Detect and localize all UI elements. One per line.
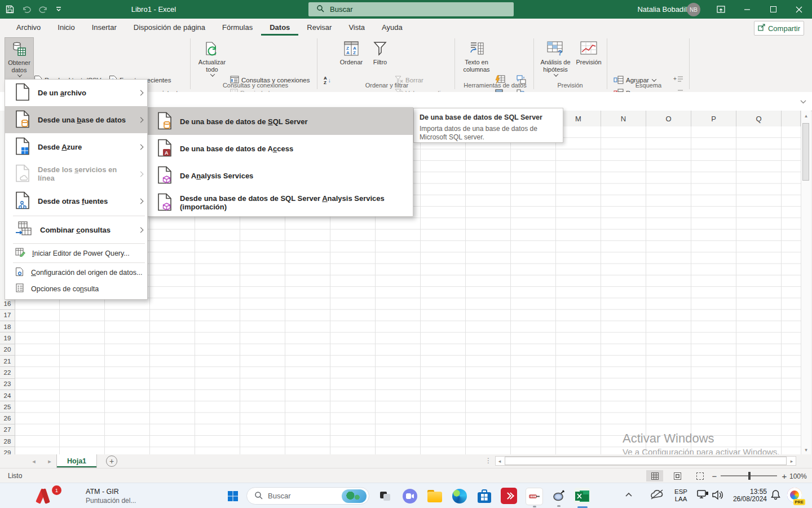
- column-header[interactable]: P: [691, 111, 736, 126]
- row-header[interactable]: 17: [0, 310, 15, 321]
- volume-icon[interactable]: [712, 490, 724, 502]
- menu-item-data-source-settings[interactable]: Configuración del origen de datos...: [5, 264, 147, 281]
- sheet-tab-hoja1[interactable]: Hoja1: [56, 454, 97, 468]
- scroll-right-icon[interactable]: ▸: [788, 457, 796, 465]
- tab-formulas[interactable]: Fórmulas: [214, 19, 261, 36]
- tab-archivo[interactable]: Archivo: [8, 19, 49, 36]
- expand-formula-bar-button[interactable]: [800, 98, 807, 106]
- zoom-in-button[interactable]: +: [779, 470, 789, 481]
- atm-app-icon[interactable]: 1: [35, 487, 54, 506]
- tab-ayuda[interactable]: Ayuda: [373, 19, 411, 36]
- row-header[interactable]: 19: [0, 332, 15, 344]
- avatar[interactable]: NB: [687, 3, 700, 16]
- group-separator: [533, 38, 534, 89]
- tray-expand-icon[interactable]: [625, 491, 633, 499]
- tab-datos[interactable]: Datos: [261, 19, 298, 36]
- user-name[interactable]: Natalia Bobadilla: [637, 0, 692, 19]
- column-header[interactable]: Q: [736, 111, 782, 126]
- horizontal-scroll-thumb[interactable]: [505, 457, 787, 465]
- row-header[interactable]: 22: [0, 367, 15, 378]
- forecast-sheet-button[interactable]: Previsión: [574, 37, 603, 80]
- restore-button[interactable]: [764, 0, 783, 19]
- loupe-app-button[interactable]: [550, 488, 567, 504]
- tab-inicio[interactable]: Inicio: [49, 19, 83, 36]
- network-icon[interactable]: [697, 490, 709, 502]
- menu-item-from-database[interactable]: Desde una base de datos: [5, 106, 147, 133]
- tab-splitter-icon[interactable]: ⋮: [485, 457, 492, 465]
- row-header[interactable]: 24: [0, 390, 15, 401]
- excel-app-button[interactable]: [574, 488, 590, 504]
- zoom-slider-thumb[interactable]: [748, 472, 751, 480]
- get-data-button[interactable]: Obtener datos: [5, 37, 34, 80]
- normal-view-button[interactable]: [646, 470, 663, 481]
- edge-button[interactable]: [451, 488, 467, 504]
- tab-insertar[interactable]: Insertar: [83, 19, 125, 36]
- language-indicator[interactable]: ESP LAA: [674, 488, 687, 503]
- copilot-button[interactable]: PRE: [787, 488, 803, 503]
- row-header[interactable]: 27: [0, 424, 15, 436]
- next-sheet-icon[interactable]: ▸: [43, 454, 56, 468]
- what-if-analysis-button[interactable]: ? Análisis de hipótesis: [538, 37, 573, 80]
- row-header[interactable]: 21: [0, 356, 15, 367]
- vertical-scroll-thumb[interactable]: [802, 123, 809, 181]
- submenu-item-ssas-import[interactable]: Desde una base de datos de SQL Server An…: [147, 189, 413, 216]
- row-header[interactable]: 18: [0, 321, 15, 332]
- column-header[interactable]: O: [646, 111, 691, 126]
- title-search-box[interactable]: Buscar: [308, 2, 514, 16]
- scroll-down-icon[interactable]: ▾: [801, 445, 811, 454]
- page-break-view-button[interactable]: [691, 470, 708, 481]
- column-header-partial[interactable]: [782, 111, 801, 126]
- search-highlight-image[interactable]: [342, 489, 367, 503]
- menu-item-from-other-sources[interactable]: Desde otras fuentes: [5, 187, 147, 214]
- tab-revisar[interactable]: Revisar: [298, 19, 340, 36]
- menu-item-power-query-editor[interactable]: Iniciar Editor de Power Query...: [5, 245, 147, 261]
- submenu-item-analysis-services[interactable]: De Analysis Services: [147, 162, 413, 189]
- menu-item-from-azure[interactable]: Desde Azure: [5, 133, 147, 160]
- menu-item-combine-queries[interactable]: Combinar consultas: [5, 217, 147, 242]
- ribbon-display-options-button[interactable]: [711, 0, 730, 19]
- red-app-button[interactable]: [501, 488, 517, 504]
- share-button[interactable]: Compartir: [754, 21, 804, 36]
- prev-sheet-icon[interactable]: ◂: [27, 454, 41, 468]
- close-button[interactable]: [789, 0, 809, 19]
- clock[interactable]: 13:55 26/08/2024: [730, 488, 767, 503]
- notification-subtitle[interactable]: Puntuación del...: [86, 497, 136, 505]
- onedrive-icon[interactable]: [650, 489, 664, 502]
- row-header[interactable]: 28: [0, 436, 15, 447]
- minimize-button[interactable]: [738, 0, 757, 19]
- sort-button[interactable]: ZAAZ Ordenar: [337, 37, 365, 80]
- zoom-level[interactable]: 100%: [789, 472, 807, 480]
- row-header[interactable]: 20: [0, 344, 15, 356]
- page-layout-view-button[interactable]: [669, 470, 686, 481]
- zoom-out-button[interactable]: −: [709, 470, 720, 481]
- horizontal-scrollbar[interactable]: ◂ ▸: [495, 456, 796, 466]
- tab-vista[interactable]: Vista: [340, 19, 373, 36]
- taskbar-search-box[interactable]: Buscar: [246, 487, 369, 505]
- tool-app-button[interactable]: [526, 488, 543, 505]
- submenu-item-access[interactable]: A De una base de datos de Access: [147, 135, 413, 162]
- task-view-button[interactable]: [377, 488, 393, 504]
- notification-title[interactable]: ATM - GIR: [86, 488, 119, 496]
- online-services-file-icon: [15, 164, 30, 184]
- chat-button[interactable]: [401, 488, 418, 504]
- column-header[interactable]: N: [601, 111, 646, 126]
- filter-button[interactable]: Filtro: [368, 37, 392, 80]
- vertical-scrollbar[interactable]: ▴ ▾: [801, 111, 811, 454]
- scroll-left-icon[interactable]: ◂: [496, 457, 504, 465]
- row-header[interactable]: 25: [0, 401, 15, 413]
- row-header[interactable]: 23: [0, 379, 15, 390]
- scroll-up-icon[interactable]: ▴: [801, 111, 811, 120]
- start-button[interactable]: [224, 488, 241, 504]
- menu-item-from-file[interactable]: De un archivo: [5, 80, 147, 106]
- store-button[interactable]: [476, 488, 492, 504]
- submenu-item-sql-server[interactable]: De una base de datos de SQL Server: [147, 108, 413, 135]
- text-to-columns-button[interactable]: Texto en columnas: [460, 37, 493, 80]
- menu-item-query-options[interactable]: Opciones de consulta: [5, 281, 147, 297]
- row-header[interactable]: 26: [0, 413, 15, 424]
- refresh-all-button[interactable]: Actualizar todo: [196, 37, 228, 80]
- file-explorer-button[interactable]: [426, 488, 443, 504]
- row-header[interactable]: 16: [0, 299, 15, 310]
- tab-disposicion[interactable]: Disposición de página: [125, 19, 214, 36]
- new-sheet-button[interactable]: +: [106, 456, 117, 467]
- notifications-bell-icon[interactable]: [770, 489, 781, 502]
